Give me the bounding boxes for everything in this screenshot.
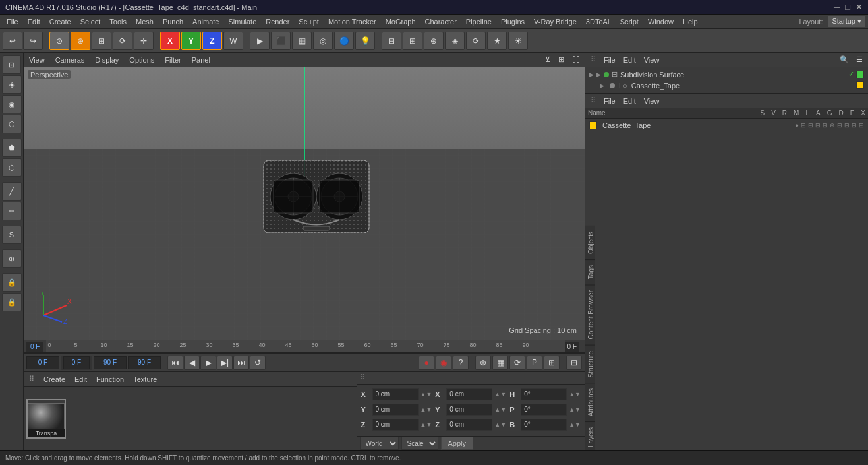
- size-z-arrows[interactable]: ▲▼: [494, 421, 506, 428]
- render-to-po-button[interactable]: ◎: [313, 32, 333, 50]
- material-swatch-transpa[interactable]: Transpa: [26, 399, 66, 439]
- rotate-mode-button[interactable]: ⟳: [113, 32, 132, 50]
- obj-color-swatch-subdivision[interactable]: [856, 71, 864, 78]
- viewport-grid-icon[interactable]: ⊞: [556, 55, 567, 65]
- scale-select[interactable]: Scale Size: [401, 437, 438, 450]
- obj-color-swatch-cassette[interactable]: [856, 81, 864, 89]
- scene-e-icon[interactable]: ⊟: [852, 122, 857, 129]
- object-search-icon[interactable]: 🔍: [837, 55, 852, 65]
- menu-vray[interactable]: V-Ray Bridge: [530, 16, 581, 27]
- s-mode-button[interactable]: S: [2, 226, 22, 244]
- track-button[interactable]: ▦: [492, 356, 508, 370]
- coord-x-arrows[interactable]: ▲▼: [420, 391, 432, 398]
- render-region-button[interactable]: ▶: [250, 32, 270, 50]
- frame-start-input[interactable]: [26, 356, 59, 369]
- material-create-menu[interactable]: Create: [41, 375, 68, 384]
- scene-file-menu[interactable]: File: [601, 96, 618, 106]
- render-anim-button[interactable]: ⬛: [271, 32, 291, 50]
- coord-y-arrows[interactable]: ▲▼: [420, 406, 432, 413]
- viewport-view-menu[interactable]: View: [26, 55, 47, 65]
- world-select[interactable]: World Object: [360, 437, 399, 450]
- move-mode-button[interactable]: ⊕: [71, 32, 90, 50]
- render-settings-button[interactable]: ▦: [292, 32, 312, 50]
- object-edit-menu[interactable]: Edit: [621, 55, 639, 65]
- scene-v-icon[interactable]: ⊟: [801, 122, 806, 129]
- physics-button[interactable]: P: [527, 356, 542, 370]
- frame-end-input[interactable]: [94, 356, 127, 369]
- viewport-cameras-menu[interactable]: Cameras: [53, 55, 88, 65]
- z-axis-button[interactable]: Z: [202, 32, 222, 50]
- menu-edit[interactable]: Edit: [24, 16, 44, 27]
- list-item-subdivision[interactable]: ▶ ▶ ⊟ Subdivision Surface ✓: [587, 69, 867, 80]
- grid2-button[interactable]: ⊞: [544, 356, 560, 370]
- scene-l-icon[interactable]: ⊞: [823, 122, 828, 129]
- view-mode-button[interactable]: ⊡: [3, 55, 21, 74]
- scene-tool-button[interactable]: ⬡: [2, 158, 22, 177]
- record-button[interactable]: ●: [419, 356, 434, 370]
- tab-objects[interactable]: Objects: [585, 226, 595, 259]
- object-view-menu[interactable]: View: [641, 55, 662, 65]
- size-y-arrows[interactable]: ▲▼: [494, 406, 506, 413]
- tab-attributes[interactable]: Attributes: [585, 383, 595, 421]
- menu-punch[interactable]: Punch: [159, 16, 187, 27]
- menu-tools[interactable]: Tools: [105, 16, 130, 27]
- render-light-button[interactable]: 💡: [355, 32, 375, 50]
- menu-mograph[interactable]: MoGraph: [382, 16, 420, 27]
- timeline-ruler[interactable]: 0 5 10 15 20 25 30 35 40 45 50 55 60 65 …: [46, 340, 564, 352]
- next-frame-button[interactable]: ▶|: [217, 356, 233, 370]
- viewport-panel-menu[interactable]: Panel: [189, 55, 213, 65]
- tab-tags[interactable]: Tags: [585, 259, 595, 284]
- coord-x-input[interactable]: [372, 388, 419, 400]
- scale-mode-button[interactable]: ⊞: [92, 32, 111, 50]
- menu-sculpt[interactable]: Sculpt: [295, 16, 323, 27]
- scene-r-icon[interactable]: ⊟: [808, 122, 813, 129]
- play-button[interactable]: ▶: [200, 356, 216, 370]
- redo-button[interactable]: ↪: [23, 32, 43, 50]
- menu-help[interactable]: Help: [679, 16, 702, 27]
- transform-mode-button[interactable]: ✛: [134, 32, 154, 50]
- preview-button[interactable]: ⊟: [566, 356, 582, 370]
- coord-y-input[interactable]: [372, 404, 419, 416]
- lock-button[interactable]: 🔒: [2, 273, 22, 292]
- material-function-menu[interactable]: Function: [94, 375, 127, 384]
- viewport-expand-icon[interactable]: ⊻: [542, 55, 553, 65]
- snap-key-button[interactable]: ⊕: [475, 356, 491, 370]
- scene-g-icon[interactable]: ⊟: [837, 122, 842, 129]
- size-x-input[interactable]: [446, 388, 492, 400]
- maximize-button[interactable]: □: [845, 2, 850, 12]
- viewport-fullscreen-icon[interactable]: ⛶: [569, 55, 582, 65]
- apply-button[interactable]: Apply: [441, 437, 474, 450]
- render-pi-button[interactable]: 🔵: [334, 32, 354, 50]
- grid-button[interactable]: ⊞: [403, 32, 422, 50]
- tab-layers[interactable]: Layers: [585, 421, 595, 450]
- undo-button[interactable]: ↩: [3, 32, 22, 50]
- scene-view-menu[interactable]: View: [641, 96, 662, 106]
- rot-h-arrows[interactable]: ▲▼: [569, 391, 581, 398]
- object-menu-icon[interactable]: ☰: [854, 55, 865, 65]
- rot-b-arrows[interactable]: ▲▼: [569, 421, 581, 428]
- menu-script[interactable]: Script: [616, 16, 643, 27]
- prev-frame-button[interactable]: ◀: [184, 356, 200, 370]
- tab-structure[interactable]: Structure: [585, 345, 595, 383]
- line-tool-button[interactable]: ╱: [2, 182, 22, 201]
- rot-b-input[interactable]: [521, 419, 567, 431]
- menu-animate[interactable]: Animate: [188, 16, 223, 27]
- rot-h-input[interactable]: [521, 388, 567, 400]
- magnet-button[interactable]: ⊕: [2, 249, 22, 268]
- size-y-input[interactable]: [446, 404, 492, 416]
- material-edit-menu[interactable]: Edit: [72, 375, 90, 384]
- viewport-options-menu[interactable]: Options: [127, 55, 157, 65]
- scene-a-icon[interactable]: ⊕: [830, 122, 835, 129]
- y-axis-button[interactable]: Y: [181, 32, 201, 50]
- scene-row-cassette[interactable]: Cassette_Tape ● ⊟ ⊟ ⊟ ⊞ ⊕ ⊟ ⊟ ⊟: [587, 120, 867, 131]
- size-z-input[interactable]: [446, 419, 492, 431]
- menu-motion-tracker[interactable]: Motion Tracker: [324, 16, 380, 27]
- goto-end-button[interactable]: ⏭: [233, 356, 249, 370]
- world-axis-button[interactable]: W: [223, 32, 243, 50]
- lock2-button[interactable]: 🔒: [2, 293, 22, 311]
- close-button[interactable]: ✕: [855, 2, 863, 12]
- menu-select[interactable]: Select: [76, 16, 105, 27]
- rot-p-arrows[interactable]: ▲▼: [569, 406, 581, 413]
- scene-s-icon[interactable]: ●: [796, 122, 799, 129]
- minimize-button[interactable]: ─: [834, 2, 840, 12]
